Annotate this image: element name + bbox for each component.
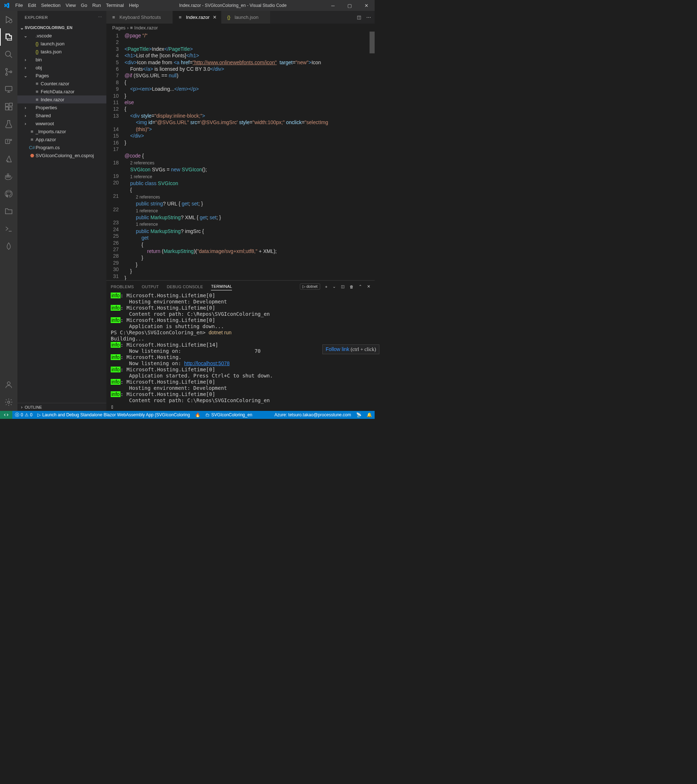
code-content[interactable]: @page "/" <PageTitle>Index</PageTitle> <…: [125, 31, 375, 280]
bell-icon[interactable]: 🔔: [364, 411, 375, 419]
file-tree-item[interactable]: ≡App.razor: [17, 135, 106, 143]
feedback-icon[interactable]: 📡: [354, 411, 364, 419]
svg-point-11: [10, 139, 12, 141]
activity-bar: [0, 11, 17, 411]
file-tree-item[interactable]: {}tasks.json: [17, 48, 106, 56]
menu-edit[interactable]: Edit: [25, 0, 38, 11]
vscode-logo-icon: [0, 3, 13, 8]
source-control-icon[interactable]: [0, 63, 17, 81]
debug-launch[interactable]: ▷ Launch and Debug Standalone Blazor Web…: [35, 411, 193, 419]
file-tree-item[interactable]: ⌄Pages: [17, 71, 106, 79]
maximize-panel-icon[interactable]: ⌃: [359, 284, 362, 289]
menu-file[interactable]: File: [13, 0, 25, 11]
menu-terminal[interactable]: Terminal: [104, 0, 126, 11]
more-icon[interactable]: ⋯: [98, 15, 102, 20]
extensions-icon[interactable]: [0, 98, 17, 115]
teams-icon[interactable]: [0, 133, 17, 150]
flame-icon[interactable]: 🔥: [193, 411, 203, 419]
editor-tab[interactable]: ≡Index.razor✕: [173, 11, 221, 24]
sidebar-header: EXPLORER ⋯: [17, 11, 106, 24]
panel-tabs: PROBLEMSOUTPUTDEBUG CONSOLETERMINAL▷ dot…: [106, 280, 375, 293]
menu-go[interactable]: Go: [78, 0, 90, 11]
editor-tab[interactable]: {}launch.json: [221, 11, 270, 24]
sidebar: EXPLORER ⋯ ⌄SVGICONCOLORING_EN ⌄.vscode{…: [17, 11, 106, 411]
breadcrumb-item[interactable]: Index.razor: [134, 25, 158, 30]
file-tree-item[interactable]: ≡Index.razor: [17, 96, 106, 104]
menu-view[interactable]: View: [63, 0, 78, 11]
outline-section[interactable]: ›OUTLINE: [17, 403, 106, 411]
svg-point-16: [7, 382, 10, 385]
svg-rect-8: [9, 107, 12, 110]
accounts-icon[interactable]: [0, 376, 17, 394]
file-tree-item[interactable]: ›Shared: [17, 112, 106, 119]
more-actions-icon[interactable]: ⋯: [366, 15, 371, 20]
explorer-title: EXPLORER: [25, 15, 48, 20]
svg-point-17: [8, 401, 10, 403]
problems-status[interactable]: ⓧ 0 ⚠ 0: [12, 411, 35, 419]
project-name: SVGICONCOLORING_EN: [25, 25, 72, 30]
folder-icon[interactable]: [0, 203, 17, 220]
mongo-icon[interactable]: [0, 237, 17, 255]
minimize-button[interactable]: ─: [325, 0, 341, 11]
test-icon[interactable]: [0, 115, 17, 133]
new-terminal-icon[interactable]: +: [325, 285, 328, 289]
file-tree-item[interactable]: ≡Counter.razor: [17, 79, 106, 87]
settings-gear-icon[interactable]: [0, 394, 17, 411]
file-tree-item[interactable]: ≡FetchData.razor: [17, 87, 106, 96]
svg-point-1: [5, 51, 10, 56]
remote-indicator[interactable]: [0, 411, 12, 419]
split-editor-icon[interactable]: ◫: [357, 15, 361, 20]
split-terminal-icon[interactable]: ◫: [341, 284, 344, 289]
azure-account[interactable]: Azure: tetsuro.takao@processtune.com: [272, 411, 354, 419]
file-tree-item[interactable]: ›wwwroot: [17, 119, 106, 127]
file-tree-item[interactable]: ⬣SVGIconColoring_en.csproj: [17, 152, 106, 159]
file-tree: ⌄.vscode{}launch.json{}tasks.json›bin›ob…: [17, 31, 106, 403]
close-panel-icon[interactable]: ✕: [367, 284, 370, 289]
file-tree-item[interactable]: C#Program.cs: [17, 143, 106, 152]
trash-icon[interactable]: 🗑: [349, 285, 354, 289]
scrollbar[interactable]: [369, 31, 375, 53]
svg-rect-7: [5, 107, 8, 110]
terminal-icon[interactable]: [0, 220, 17, 237]
editor-tab[interactable]: ≡Keyboard Shortcuts: [106, 11, 173, 24]
line-numbers: 12345678910111213 14151617 18 1920 21 22…: [106, 31, 125, 280]
github-icon[interactable]: [0, 185, 17, 203]
file-tree-item[interactable]: ›Properties: [17, 104, 106, 112]
run-icon[interactable]: [0, 11, 17, 28]
file-tree-item[interactable]: ›obj: [17, 64, 106, 71]
remote-explorer-icon[interactable]: [0, 81, 17, 98]
outline-label: OUTLINE: [25, 405, 42, 409]
panel-tab[interactable]: PROBLEMS: [111, 283, 134, 290]
menu-selection[interactable]: Selection: [38, 0, 63, 11]
maximize-button[interactable]: ▢: [341, 0, 358, 11]
svg-point-4: [10, 71, 12, 73]
panel-tab[interactable]: TERMINAL: [211, 283, 232, 290]
docker-icon[interactable]: [0, 168, 17, 185]
panel-tab[interactable]: OUTPUT: [142, 283, 159, 290]
window-title: Index.razor - SVGIconColoring_en - Visua…: [141, 3, 325, 8]
folder-status[interactable]: 🗀 SVGIconColoring_en: [203, 411, 255, 419]
terminal-output[interactable]: info: Microsoft.Hosting.Lifetime[0] Host…: [106, 293, 375, 411]
close-tab-icon[interactable]: ✕: [212, 15, 218, 20]
search-icon[interactable]: [0, 46, 17, 63]
file-tree-item[interactable]: ›bin: [17, 56, 106, 64]
menu-run[interactable]: Run: [90, 0, 104, 11]
breadcrumb-item[interactable]: Pages: [112, 25, 125, 30]
status-bar: ⓧ 0 ⚠ 0 ▷ Launch and Debug Standalone Bl…: [0, 411, 375, 419]
file-tree-item[interactable]: {}launch.json: [17, 40, 106, 48]
svg-rect-14: [9, 176, 10, 177]
file-tree-item[interactable]: ≡_Imports.razor: [17, 127, 106, 135]
svg-rect-9: [10, 103, 12, 106]
explorer-icon[interactable]: [0, 28, 17, 46]
file-tree-item[interactable]: ⌄.vscode: [17, 31, 106, 40]
svg-point-2: [6, 69, 8, 71]
menu-help[interactable]: Help: [126, 0, 141, 11]
code-editor[interactable]: 12345678910111213 14151617 18 1920 21 22…: [106, 31, 375, 280]
close-button[interactable]: ✕: [358, 0, 375, 11]
panel-tab[interactable]: DEBUG CONSOLE: [167, 283, 203, 290]
terminal-dropdown-icon[interactable]: ⌄: [333, 284, 336, 289]
breadcrumb[interactable]: Pages › ≡ Index.razor: [106, 24, 375, 31]
terminal-select[interactable]: ▷ dotnet: [300, 283, 320, 290]
azure-icon[interactable]: [0, 150, 17, 168]
project-root[interactable]: ⌄SVGICONCOLORING_EN: [17, 24, 106, 31]
